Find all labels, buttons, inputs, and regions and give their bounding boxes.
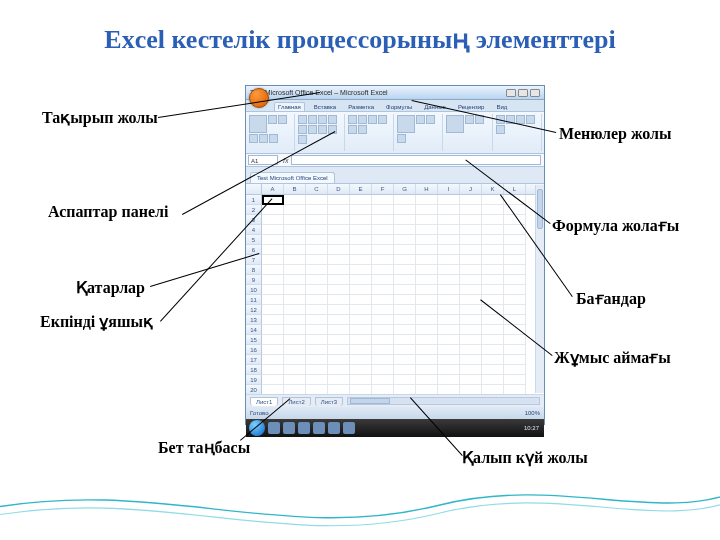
row-header: 18 (246, 365, 262, 375)
col-header: C (306, 184, 328, 194)
col-header: E (350, 184, 372, 194)
row-header: 14 (246, 325, 262, 335)
decorative-wave (0, 470, 720, 540)
document-tabs: Test Microsoft Office Excel (246, 167, 544, 184)
col-header: A (262, 184, 284, 194)
label-rows: Қатарлар (76, 278, 145, 297)
ribbon-toolbar (246, 112, 544, 154)
row-header: 8 (246, 265, 262, 275)
start-button-icon (249, 420, 265, 436)
sheet-tab: Лист3 (315, 397, 343, 406)
sheet-tab: Лист1 (250, 397, 278, 406)
row-header: 15 (246, 335, 262, 345)
row-header: 9 (246, 275, 262, 285)
col-header: B (284, 184, 306, 194)
label-toolbar: Аспаптар панелі (48, 203, 168, 221)
grid-rows: 1234567891011121314151617181920 (246, 195, 544, 394)
taskbar-icon (268, 422, 280, 434)
select-all-corner (246, 184, 262, 194)
spreadsheet-grid: A B C D E F G H I J K L 1234567891011121… (246, 184, 544, 394)
ribbon-tab: Вставка (311, 103, 339, 111)
row-header: 16 (246, 345, 262, 355)
office-button-icon (249, 88, 269, 108)
label-status-bar: Қалып күй жолы (462, 448, 588, 467)
windows-taskbar: 10:27 (246, 419, 544, 437)
col-header: D (328, 184, 350, 194)
row-header: 17 (246, 355, 262, 365)
label-formula-bar: Формула жолағы (552, 216, 679, 235)
ribbon-tab: Формулы (383, 103, 415, 111)
taskbar-icon (313, 422, 325, 434)
row-header: 12 (246, 305, 262, 315)
horizontal-scrollbar (347, 397, 540, 405)
window-titlebar: Test Microsoft Office Excel – Microsoft … (246, 86, 544, 100)
label-active-cell: Екпінді ұяшық (40, 312, 153, 331)
col-header: I (438, 184, 460, 194)
label-title-row: Тақырып жолы (42, 108, 158, 127)
taskbar-clock: 10:27 (524, 425, 541, 431)
label-work-area: Жұмыс аймағы (554, 348, 671, 367)
row-header: 5 (246, 235, 262, 245)
row-header: 19 (246, 375, 262, 385)
row-header: 20 (246, 385, 262, 394)
document-tab: Test Microsoft Office Excel (250, 172, 335, 183)
ribbon-tab: Разметка (345, 103, 377, 111)
formula-input (291, 155, 541, 165)
label-sheet-tab: Бет таңбасы (158, 438, 250, 457)
row-header: 11 (246, 295, 262, 305)
row-header: 1 (246, 195, 262, 205)
status-zoom: 100% (525, 407, 540, 419)
sheet-tabs-bar: Лист1 Лист2 Лист3 (246, 394, 544, 407)
row-header: 13 (246, 315, 262, 325)
col-header: F (372, 184, 394, 194)
col-header: J (460, 184, 482, 194)
row-header: 4 (246, 225, 262, 235)
ribbon-tab: Главная (274, 102, 305, 111)
taskbar-icon (328, 422, 340, 434)
label-columns: Бағандар (576, 289, 646, 308)
label-menu-row: Менюлер жолы (559, 125, 671, 143)
row-header: 10 (246, 285, 262, 295)
taskbar-icon (343, 422, 355, 434)
excel-window: Test Microsoft Office Excel – Microsoft … (245, 85, 545, 425)
taskbar-icon (298, 422, 310, 434)
col-header: H (416, 184, 438, 194)
status-bar: Готово 100% (246, 407, 544, 419)
taskbar-icon (283, 422, 295, 434)
ribbon-tab: Вид (493, 103, 510, 111)
col-header: G (394, 184, 416, 194)
ribbon-tabs: Главная Вставка Разметка Формулы Данные … (246, 100, 544, 112)
page-title: Excel кестелік процессорының элементтері (0, 24, 720, 55)
window-buttons (506, 89, 540, 97)
